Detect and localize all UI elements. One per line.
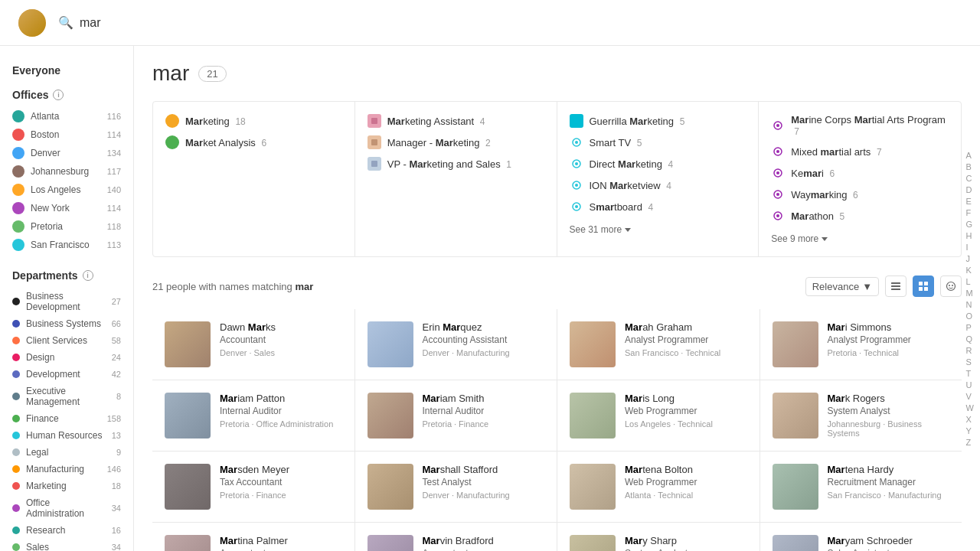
sidebar-office-denver[interactable]: Denver 134 bbox=[0, 144, 133, 162]
alpha-letter-x[interactable]: X bbox=[963, 414, 977, 425]
person-card[interactable]: Dawn Marks Accountant Denver·Sales bbox=[152, 309, 354, 380]
see-more-sports[interactable]: See 9 more bbox=[771, 230, 949, 244]
office-name: Johannesburg bbox=[31, 166, 101, 177]
sidebar-office-boston[interactable]: Boston 114 bbox=[0, 126, 133, 144]
category-smart-tv[interactable]: Smart TV 5 bbox=[570, 135, 746, 149]
sidebar-dept-sales[interactable]: Sales 34 bbox=[0, 539, 133, 551]
category-waymarking[interactable]: Waymarking 6 bbox=[771, 187, 949, 201]
category-ion-marketview[interactable]: ION Marketview 4 bbox=[570, 178, 746, 192]
person-card[interactable]: Erin Marquez Accounting Assistant Denver… bbox=[355, 309, 557, 380]
alpha-letter-z[interactable]: Z bbox=[963, 437, 977, 448]
dept-name: Human Resources bbox=[26, 430, 106, 441]
person-card[interactable]: Marah Graham Analyst Programmer San Fran… bbox=[557, 309, 760, 380]
category-direct-marketing[interactable]: Direct Marketing 4 bbox=[570, 157, 746, 171]
see-more-skills[interactable]: See 31 more bbox=[570, 221, 746, 235]
category-vp-marketing[interactable]: VP - Marketing and Sales 1 bbox=[368, 157, 544, 171]
person-card[interactable]: Maryam Schroeder Sales Assistant Pretori… bbox=[760, 523, 962, 551]
alpha-letter-s[interactable]: S bbox=[963, 357, 977, 367]
search-input[interactable] bbox=[80, 16, 233, 30]
sidebar-dept-executive-management[interactable]: Executive Management 8 bbox=[0, 383, 133, 410]
sidebar-dept-marketing[interactable]: Marketing 18 bbox=[0, 478, 133, 494]
svg-rect-24 bbox=[891, 289, 900, 290]
alpha-letter-j[interactable]: J bbox=[963, 253, 977, 264]
departments-section-title: Departments i bbox=[0, 263, 133, 288]
person-card[interactable]: Marvin Bradford Accountant Los Angeles·S… bbox=[355, 523, 557, 551]
sidebar-dept-development[interactable]: Development 42 bbox=[0, 366, 133, 383]
sidebar-office-los-angeles[interactable]: Los Angeles 140 bbox=[0, 181, 133, 199]
sidebar-dept-business-systems[interactable]: Business Systems 66 bbox=[0, 315, 133, 332]
alpha-letter-a[interactable]: A bbox=[963, 150, 977, 161]
person-card[interactable]: Marshall Stafford Test Analyst Denver·Ma… bbox=[355, 452, 557, 522]
sidebar-dept-office-administration[interactable]: Office Administration 34 bbox=[0, 494, 133, 522]
alpha-letter-n[interactable]: N bbox=[963, 299, 977, 310]
departments-info-icon[interactable]: i bbox=[83, 270, 93, 281]
user-avatar[interactable] bbox=[18, 9, 46, 37]
list-view-button[interactable] bbox=[885, 276, 906, 297]
category-marine-corps[interactable]: Marine Corps Martial Arts Program 7 bbox=[771, 114, 949, 137]
person-card[interactable]: Maris Long Web Programmer Los Angeles·Te… bbox=[557, 380, 760, 451]
alpha-letter-q[interactable]: Q bbox=[963, 334, 977, 344]
alpha-letter-g[interactable]: G bbox=[963, 219, 977, 230]
alpha-letter-f[interactable]: F bbox=[963, 207, 977, 218]
alpha-letter-t[interactable]: T bbox=[963, 368, 977, 379]
person-name: Maryam Schroeder bbox=[828, 535, 950, 546]
sidebar-office-new-york[interactable]: New York 114 bbox=[0, 199, 133, 217]
person-card[interactable]: Mari Simmons Analyst Programmer Pretoria… bbox=[760, 309, 962, 380]
alpha-letter-y[interactable]: Y bbox=[963, 425, 977, 436]
alpha-letter-v[interactable]: V bbox=[963, 391, 977, 402]
alpha-letter-b[interactable]: B bbox=[963, 161, 977, 172]
category-col-4: Marine Corps Martial Arts Program 7 Mixe… bbox=[759, 102, 961, 256]
alpha-letter-u[interactable]: U bbox=[963, 380, 977, 390]
alpha-letter-r[interactable]: R bbox=[963, 345, 977, 356]
person-card[interactable]: Martina Palmer Accountant Denver·Finance bbox=[152, 523, 354, 551]
sidebar-dept-manufacturing[interactable]: Manufacturing 146 bbox=[0, 461, 133, 478]
alpha-letter-h[interactable]: H bbox=[963, 230, 977, 241]
category-market-analysis[interactable]: Market Analysis 6 bbox=[165, 135, 342, 149]
alpha-letter-e[interactable]: E bbox=[963, 196, 977, 207]
sidebar-office-johannesburg[interactable]: Johannesburg 117 bbox=[0, 162, 133, 181]
skill-icon-3 bbox=[570, 157, 583, 171]
alpha-letter-i[interactable]: I bbox=[963, 242, 977, 253]
sidebar-dept-business-development[interactable]: Business Development 27 bbox=[0, 288, 133, 315]
person-card[interactable]: Mark Rogers System Analyst Johannesburg·… bbox=[760, 380, 962, 451]
alpha-letter-m[interactable]: M bbox=[963, 288, 977, 298]
alpha-letter-d[interactable]: D bbox=[963, 184, 977, 195]
sidebar-dept-legal[interactable]: Legal 9 bbox=[0, 444, 133, 461]
alpha-letter-w[interactable]: W bbox=[963, 403, 977, 413]
category-mixed-martial-arts[interactable]: Mixed martial arts 7 bbox=[771, 145, 949, 158]
offices-info-icon[interactable]: i bbox=[53, 90, 64, 100]
grid-view-button[interactable] bbox=[913, 276, 934, 297]
person-card[interactable]: Mariam Patton Internal Auditor Pretoria·… bbox=[152, 380, 354, 451]
sidebar-office-san-francisco[interactable]: San Francisco 113 bbox=[0, 236, 133, 254]
alpha-letter-p[interactable]: P bbox=[963, 322, 977, 333]
sidebar-dept-research[interactable]: Research 16 bbox=[0, 522, 133, 539]
alpha-letter-o[interactable]: O bbox=[963, 311, 977, 321]
alpha-letter-c[interactable]: C bbox=[963, 173, 977, 184]
category-guerrilla-marketing[interactable]: Guerrilla Marketing 5 bbox=[570, 114, 746, 128]
person-card[interactable]: Martena Hardy Recruitment Manager San Fr… bbox=[760, 452, 962, 522]
sidebar-office-pretoria[interactable]: Pretoria 118 bbox=[0, 217, 133, 236]
person-card[interactable]: Mary Sharp System Analyst Johannesburg·B… bbox=[557, 523, 760, 551]
category-marketing-assistant[interactable]: Marketing Assistant 4 bbox=[368, 114, 544, 128]
person-card[interactable]: Mariam Smith Internal Auditor Pretoria·F… bbox=[355, 380, 557, 451]
everyone-label[interactable]: Everyone bbox=[12, 64, 60, 77]
alpha-letter-l[interactable]: L bbox=[963, 276, 977, 287]
category-smartboard[interactable]: Smartboard 4 bbox=[570, 200, 746, 214]
sidebar-dept-finance[interactable]: Finance 158 bbox=[0, 410, 133, 427]
alpha-letter-k[interactable]: K bbox=[963, 265, 977, 276]
person-card[interactable]: Martena Bolton Web Programmer Atlanta·Te… bbox=[557, 452, 760, 522]
person-photo bbox=[570, 464, 616, 510]
sidebar-dept-human-resources[interactable]: Human Resources 13 bbox=[0, 427, 133, 444]
face-view-button[interactable] bbox=[940, 276, 962, 297]
sidebar-dept-client-services[interactable]: Client Services 58 bbox=[0, 332, 133, 349]
category-marathon[interactable]: Marathon 5 bbox=[771, 209, 949, 223]
category-manager-marketing[interactable]: Manager - Marketing 2 bbox=[368, 135, 544, 149]
office-dot bbox=[12, 184, 24, 196]
sidebar-office-atlanta[interactable]: Atlanta 116 bbox=[0, 107, 133, 126]
category-kemari[interactable]: Kemari 6 bbox=[771, 166, 949, 180]
relevance-dropdown[interactable]: Relevance ▼ bbox=[805, 277, 879, 296]
person-title: Test Analyst bbox=[423, 477, 545, 487]
category-marketing[interactable]: Marketing 18 bbox=[165, 114, 342, 128]
person-card[interactable]: Marsden Meyer Tax Accountant Pretoria·Fi… bbox=[152, 452, 354, 522]
sidebar-dept-design[interactable]: Design 24 bbox=[0, 349, 133, 366]
